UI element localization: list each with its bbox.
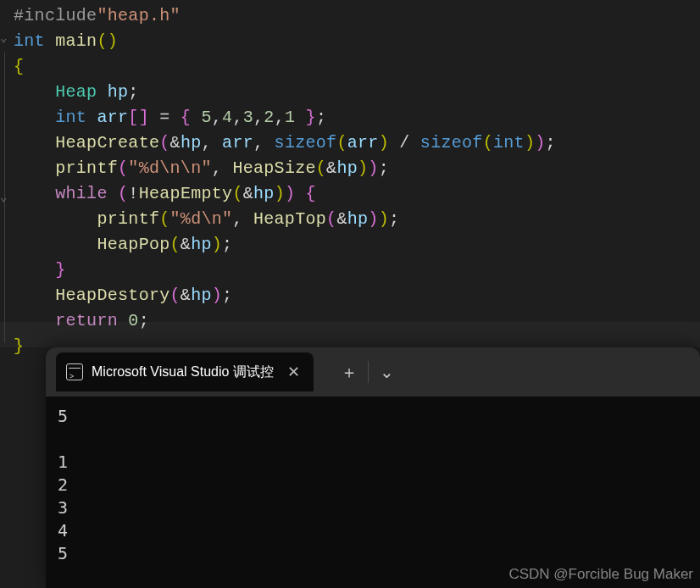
output-line bbox=[58, 428, 700, 451]
terminal-tabbar: Microsoft Visual Studio 调试控 ✕ ＋ ⌄ bbox=[46, 347, 700, 397]
code-line[interactable]: while (!HeapEmpty(&hp)) { bbox=[3, 181, 700, 207]
code-line[interactable]: HeapPop(&hp); bbox=[3, 232, 700, 258]
output-line: 5 bbox=[58, 405, 700, 428]
fold-chevron-icon[interactable]: ⌄ bbox=[0, 31, 7, 45]
tab-dropdown-button[interactable]: ⌄ bbox=[369, 357, 406, 387]
code-line[interactable]: Heap hp; bbox=[3, 80, 700, 105]
terminal-tab[interactable]: Microsoft Visual Studio 调试控 ✕ bbox=[56, 352, 314, 391]
code-line[interactable]: printf("%d\n", HeapTop(&hp)); bbox=[3, 207, 700, 232]
code-line[interactable]: { bbox=[3, 54, 700, 80]
code-line[interactable]: return 0; bbox=[3, 308, 700, 334]
new-tab-button[interactable]: ＋ bbox=[331, 357, 368, 387]
code-line[interactable]: HeapCreate(&hp, arr, sizeof(arr) / sizeo… bbox=[3, 130, 700, 156]
fold-chevron-icon[interactable]: ⌄ bbox=[0, 190, 7, 204]
terminal-output[interactable]: 5 1 2 3 4 5 bbox=[46, 397, 700, 565]
code-line[interactable]: int main() bbox=[3, 29, 700, 54]
code-editor[interactable]: #include"heap.h" int main() { Heap hp; i… bbox=[0, 0, 700, 359]
code-line[interactable]: printf("%d\n\n", HeapSize(&hp)); bbox=[3, 156, 700, 181]
code-line[interactable]: int arr[] = { 5,4,3,2,1 }; bbox=[3, 105, 700, 130]
terminal-icon bbox=[66, 363, 83, 380]
output-line: 5 bbox=[58, 542, 700, 565]
code-line[interactable]: #include"heap.h" bbox=[3, 3, 700, 29]
terminal-panel: Microsoft Visual Studio 调试控 ✕ ＋ ⌄ 5 1 2 … bbox=[46, 347, 700, 588]
output-line: 3 bbox=[58, 496, 700, 519]
output-line: 2 bbox=[58, 474, 700, 496]
output-line: 4 bbox=[58, 519, 700, 542]
terminal-tab-title: Microsoft Visual Studio 调试控 bbox=[92, 363, 274, 381]
code-line[interactable]: HeapDestory(&hp); bbox=[3, 283, 700, 308]
close-icon[interactable]: ✕ bbox=[282, 361, 305, 383]
code-line[interactable]: } bbox=[3, 258, 700, 283]
watermark: CSDN @Forcible Bug Maker bbox=[508, 566, 693, 583]
output-line: 1 bbox=[58, 451, 700, 474]
